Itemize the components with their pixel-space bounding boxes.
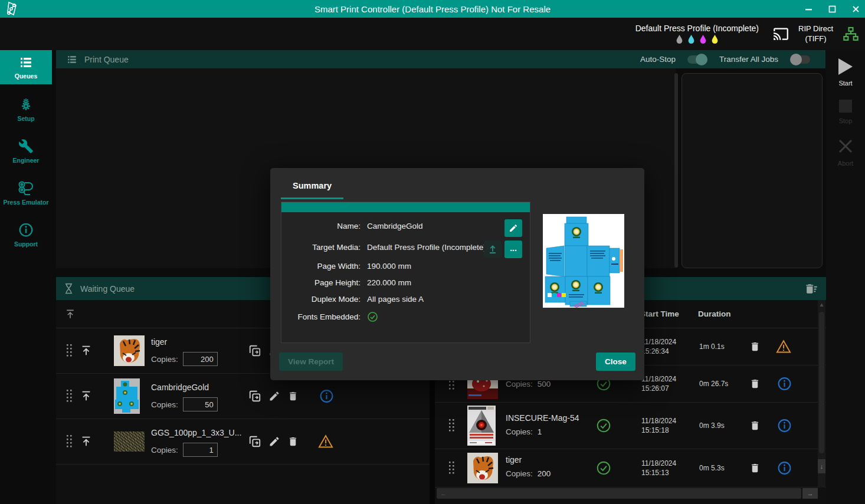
copies-input[interactable] [183,397,218,411]
edit-name-button[interactable] [504,219,522,237]
sidebar-item-queues[interactable]: Queues [0,50,52,84]
drag-handle-icon[interactable] [448,461,456,475]
move-to-top-icon[interactable] [80,390,93,403]
job-info-icon[interactable] [777,461,792,476]
duplex-mode-label: Duplex Mode: [281,295,361,304]
job-preview-thumbnail [543,214,624,308]
transfer-all-jobs-label: Transfer All Jobs [719,55,778,64]
cast-icon[interactable] [773,26,789,42]
job-info-icon[interactable] [319,389,334,404]
waiting-queue-title: Waiting Queue [80,284,135,294]
summary-panel: Name: CambridgeGold Target Media: Defaul… [281,202,530,343]
sidebar-item-setup[interactable]: Setup [0,92,52,126]
job-duration: 0m 3.9s [699,421,725,430]
print-queue-scrollbar[interactable] [674,73,678,268]
completed-job-row[interactable]: tiger Copies:200 11/18/202415:15:13 0m 5… [435,449,826,487]
abort-button: Abort [837,137,854,167]
scroll-right-arrow-icon[interactable]: → [802,488,818,499]
waiting-job-row[interactable]: GGS_100pp_1_3x3_U... Copies: [56,419,430,465]
job-copies: Copies:1 [506,427,542,436]
sidebar-item-press-emulator[interactable]: Press Emulator [0,176,52,210]
transfer-all-jobs-toggle[interactable] [790,55,810,64]
delete-job-icon[interactable] [287,390,299,403]
duplex-mode-value: All pages side A [367,295,424,304]
job-duration: 1m 0.1s [699,342,725,351]
sidebar: Queues Setup [0,50,52,504]
duplicate-job-icon[interactable] [248,435,261,448]
copies-label: Copies: [151,400,178,409]
completed-queue-horizontal-scrollbar[interactable]: ← [437,488,801,499]
copies-input[interactable] [183,352,218,366]
job-copies: Copies:500 [506,380,551,388]
pencil-icon [509,223,518,233]
completed-job-row[interactable]: INSECURE-Mag-54 Copies:1 11/18/202415:15… [435,403,826,449]
duplicate-job-icon[interactable] [248,390,261,403]
job-name: CambridgeGold [151,383,209,392]
list-icon [67,54,77,65]
ink-droplet-m-icon [699,34,707,44]
copies-label: Copies: [151,355,178,364]
ink-droplet-k-icon [676,34,683,44]
sidebar-item-support[interactable]: Support [0,218,52,252]
drag-handle-icon[interactable] [448,419,456,433]
action-rail: Start Stop Abort [826,50,865,504]
job-thumbnail [114,335,145,366]
minimize-button[interactable] [804,4,813,14]
job-thumbnail [467,453,498,483]
drag-handle-icon[interactable] [66,389,73,403]
delete-job-icon[interactable] [287,436,299,448]
maximize-button[interactable] [827,4,837,14]
duplicate-job-icon[interactable] [248,344,261,357]
waiting-job-row[interactable]: CambridgeGold Copies: [56,374,430,419]
completed-queue-vertical-scrollbar[interactable]: ▲ ↓ [818,300,825,487]
scroll-down-arrow-icon[interactable]: ↓ [818,459,825,473]
start-button[interactable]: Start [838,58,853,87]
stop-icon [839,100,852,113]
ink-droplet-c-icon [687,34,695,44]
press-profile-status: Default Press Profile (Incomplete) [635,24,759,44]
name-label: Name: [281,222,361,230]
move-all-to-top-icon[interactable] [64,308,76,320]
sidebar-item-engineer[interactable]: Engineer [0,134,52,168]
delete-job-icon[interactable] [749,378,761,390]
auto-stop-toggle[interactable] [687,55,707,64]
drag-handle-icon[interactable] [66,434,73,449]
status-bar: Default Press Profile (Incomplete) RIP D… [0,18,865,50]
scroll-left-arrow-icon[interactable]: ← [440,490,447,497]
move-to-top-icon[interactable] [80,435,93,448]
job-warning-icon[interactable] [776,340,791,354]
move-to-top-icon[interactable] [80,344,93,357]
delete-job-icon[interactable] [749,420,761,432]
edit-job-icon[interactable] [268,390,280,402]
col-start-time: Start Time [640,309,679,318]
press-emulator-icon [17,180,35,196]
page-height-value: 220.000 mm [367,278,411,287]
job-warning-icon[interactable] [318,434,333,449]
fonts-embedded-check-icon [367,311,378,322]
close-window-button[interactable] [851,4,860,14]
upload-media-button[interactable] [484,241,502,258]
browse-media-button[interactable]: ... [504,241,522,258]
press-profile-label: Default Press Profile (Incomplete) [635,24,759,33]
job-info-icon[interactable] [777,419,792,433]
drag-handle-icon[interactable] [66,344,73,358]
delete-job-icon[interactable] [749,341,761,353]
clear-queue-icon[interactable] [804,282,818,295]
ink-levels [676,34,719,44]
copies-label: Copies: [151,446,178,454]
job-thumbnail [114,378,140,414]
copies-input[interactable] [183,443,218,457]
job-info-icon[interactable] [777,377,792,391]
delete-job-icon[interactable] [749,462,761,475]
job-success-icon [596,418,611,433]
print-queue-header: Print Queue Auto-Stop Transfer All Jobs [56,50,825,68]
page-width-value: 190.000 mm [367,262,411,271]
scroll-up-arrow-icon[interactable]: ▲ [818,301,825,308]
network-icon[interactable] [843,26,859,42]
edit-job-icon[interactable] [268,436,280,447]
tab-summary[interactable]: Summary [281,181,343,199]
close-dialog-button[interactable]: Close [596,353,635,371]
upload-icon [487,244,498,255]
ink-droplet-y-icon [711,34,719,44]
job-preview-panel [681,73,823,268]
